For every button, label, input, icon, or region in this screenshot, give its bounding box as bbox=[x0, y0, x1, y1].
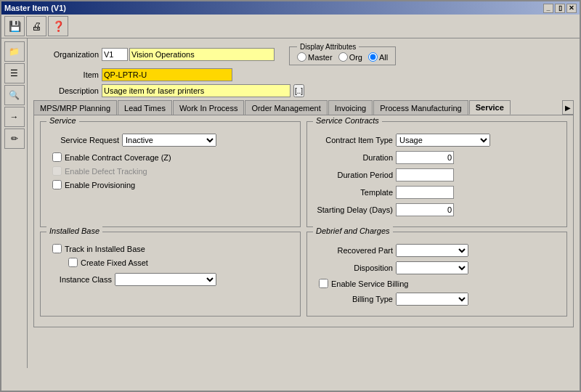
tab-invoicing[interactable]: Invoicing bbox=[328, 100, 373, 115]
tab-content: Service Service Request Inactive Active … bbox=[33, 115, 574, 327]
help-button[interactable]: ❓ bbox=[48, 16, 68, 36]
enable-contract-coverage-checkbox[interactable] bbox=[52, 152, 62, 162]
radio-org-input[interactable] bbox=[338, 52, 348, 62]
radio-all-input[interactable] bbox=[368, 52, 378, 62]
installed-base-group: Installed Base Track in Installed Base C… bbox=[40, 232, 301, 317]
billing-type-select[interactable] bbox=[396, 293, 468, 306]
tabs-bar: MPS/MRP Planning Lead Times Work In Proc… bbox=[33, 100, 574, 115]
restore-button[interactable]: ▯ bbox=[555, 4, 565, 13]
enable-provisioning-checkbox[interactable] bbox=[52, 180, 62, 189]
enable-contract-coverage-row: Enable Contract Coverage (Z) bbox=[52, 152, 294, 162]
search-button[interactable]: 🔍 bbox=[4, 85, 25, 105]
tab-scroll-button[interactable]: ▶ bbox=[562, 100, 574, 115]
enable-billing-checkbox[interactable] bbox=[319, 279, 328, 288]
billing-type-label: Billing Type bbox=[313, 295, 393, 303]
disposition-select[interactable] bbox=[396, 261, 468, 274]
enable-defect-tracking-row: Enable Defect Tracking bbox=[52, 166, 294, 176]
enable-provisioning-row: Enable Provisioning bbox=[52, 180, 294, 189]
org-row: Organization Display Attributes Master bbox=[33, 43, 574, 65]
enable-contract-coverage-label: Enable Contract Coverage (Z) bbox=[65, 153, 171, 162]
recovered-part-select[interactable] bbox=[396, 244, 468, 257]
billing-type-row: Billing Type bbox=[313, 293, 561, 306]
tab-mps-mrp-planning[interactable]: MPS/MRP Planning bbox=[33, 100, 117, 115]
tab-service[interactable]: Service bbox=[469, 100, 511, 115]
template-input[interactable] bbox=[396, 186, 454, 199]
installed-base-title: Installed Base bbox=[46, 226, 102, 235]
window-title: Master Item (V1) bbox=[4, 4, 66, 12]
save-button[interactable]: 💾 bbox=[4, 16, 25, 36]
contract-item-type-row: Contract Item Type Usage Extended Warran… bbox=[313, 134, 561, 147]
contract-item-type-select[interactable]: Usage Extended Warranty Subscription bbox=[396, 134, 490, 147]
create-fixed-asset-label: Create Fixed Asset bbox=[81, 258, 148, 267]
duration-period-input[interactable] bbox=[396, 168, 454, 181]
print-button[interactable]: 🖨 bbox=[26, 16, 46, 36]
main-window: Master Item (V1) _ ▯ ✕ 💾 🖨 ❓ 📁 ☰ 🔍 → ✏ O… bbox=[0, 0, 581, 392]
tab-work-in-process[interactable]: Work In Process bbox=[173, 100, 245, 115]
radio-master[interactable]: Master bbox=[297, 52, 333, 62]
duration-row: Duration bbox=[313, 151, 561, 164]
display-attrs-radio-group: Master Org All bbox=[297, 52, 388, 62]
service-request-row: Service Request Inactive Active bbox=[46, 134, 294, 147]
service-contracts-title: Service Contracts bbox=[313, 116, 382, 125]
enable-defect-tracking-checkbox[interactable] bbox=[52, 166, 62, 176]
close-button[interactable]: ✕ bbox=[566, 4, 577, 13]
org-label: Organization bbox=[33, 50, 99, 59]
org-name-input[interactable] bbox=[129, 48, 275, 61]
org-code-input[interactable] bbox=[102, 48, 128, 61]
title-bar: Master Item (V1) _ ▯ ✕ bbox=[1, 1, 580, 15]
duration-period-row: Duration Period bbox=[313, 168, 561, 181]
track-installed-checkbox[interactable] bbox=[52, 244, 62, 253]
template-row: Template bbox=[313, 186, 561, 199]
enable-provisioning-label: Enable Provisioning bbox=[65, 181, 135, 189]
duration-period-label: Duration Period bbox=[313, 171, 393, 179]
item-input[interactable] bbox=[102, 68, 232, 81]
toolbar: 💾 🖨 ❓ bbox=[1, 15, 580, 38]
tab-order-management[interactable]: Order Management bbox=[245, 100, 327, 115]
starting-delay-label: Starting Delay (Days) bbox=[313, 205, 393, 214]
service-group-title: Service bbox=[46, 116, 79, 125]
minimize-button[interactable]: _ bbox=[543, 4, 553, 13]
contract-item-type-label: Contract Item Type bbox=[313, 136, 393, 144]
folder-button[interactable]: 📁 bbox=[4, 41, 25, 62]
main-content: 📁 ☰ 🔍 → ✏ Organization Display Attribute… bbox=[1, 38, 580, 368]
list-button[interactable]: ☰ bbox=[4, 63, 25, 83]
duration-input[interactable] bbox=[396, 151, 454, 164]
two-col-top: Service Service Request Inactive Active … bbox=[40, 121, 567, 232]
starting-delay-input[interactable] bbox=[396, 203, 454, 216]
desc-row: Description [..] bbox=[33, 84, 574, 97]
arrow-button[interactable]: → bbox=[4, 107, 25, 127]
starting-delay-row: Starting Delay (Days) bbox=[313, 203, 561, 216]
radio-all[interactable]: All bbox=[368, 52, 388, 62]
recovered-part-row: Recovered Part bbox=[313, 244, 561, 257]
service-contracts-group: Service Contracts Contract Item Type Usa… bbox=[306, 121, 567, 227]
recovered-part-label: Recovered Part bbox=[313, 246, 393, 255]
instance-class-select[interactable] bbox=[115, 273, 216, 286]
template-label: Template bbox=[313, 188, 393, 197]
content-area: Organization Display Attributes Master bbox=[28, 38, 580, 368]
two-col-bottom: Installed Base Track in Installed Base C… bbox=[40, 232, 567, 321]
edit-button[interactable]: ✏ bbox=[4, 128, 25, 149]
disposition-row: Disposition bbox=[313, 261, 561, 274]
radio-all-label: All bbox=[379, 53, 388, 62]
instance-class-label: Instance Class bbox=[46, 275, 112, 284]
tab-process-manufacturing[interactable]: Process Manufacturing bbox=[373, 100, 468, 115]
track-installed-row: Track in Installed Base bbox=[52, 244, 294, 253]
desc-input[interactable] bbox=[102, 84, 290, 97]
service-request-label: Service Request bbox=[46, 136, 119, 144]
tab-lead-times[interactable]: Lead Times bbox=[118, 100, 172, 115]
desc-label: Description bbox=[33, 86, 99, 95]
create-fixed-asset-checkbox[interactable] bbox=[68, 258, 78, 267]
side-toolbar: 📁 ☰ 🔍 → ✏ bbox=[1, 38, 28, 368]
track-installed-label: Track in Installed Base bbox=[65, 245, 145, 253]
item-label: Item bbox=[33, 70, 99, 79]
disposition-label: Disposition bbox=[313, 264, 393, 272]
radio-org-label: Org bbox=[349, 53, 362, 62]
bottom-spacer bbox=[33, 327, 574, 364]
desc-button[interactable]: [..] bbox=[293, 84, 304, 97]
enable-defect-tracking-label: Enable Defect Tracking bbox=[65, 167, 147, 176]
radio-master-input[interactable] bbox=[297, 52, 306, 62]
debrief-charges-group: Debrief and Charges Recovered Part Dispo… bbox=[306, 232, 567, 317]
debrief-charges-title: Debrief and Charges bbox=[313, 226, 393, 235]
service-request-select[interactable]: Inactive Active bbox=[122, 134, 216, 147]
radio-org[interactable]: Org bbox=[338, 52, 362, 62]
